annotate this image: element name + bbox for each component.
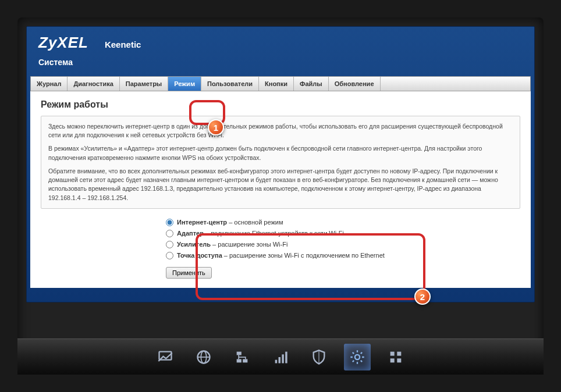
annotation-callout-2: 2 [414,288,431,305]
bottom-dock [17,338,544,375]
tab-обновление[interactable]: Обновление [329,77,381,91]
svg-rect-7 [275,359,278,363]
product-name: Keenetic [105,40,141,49]
dock-network-icon[interactable] [229,344,255,370]
mode-option[interactable]: Адаптер – подключение Ethernet-устройств… [166,228,520,239]
mode-option[interactable]: Точка доступа – расширение зоны Wi-Fi с … [166,250,520,261]
dock-shield-icon[interactable] [306,344,332,370]
svg-rect-15 [397,358,401,362]
brand-logo: ZyXEL [38,34,88,52]
mode-radio[interactable] [166,230,173,237]
page-title: Режим работы [41,99,520,110]
mode-list: Интернет-центр – основной режимАдаптер –… [166,217,520,261]
svg-rect-5 [243,359,247,362]
dock-signal-icon[interactable] [267,344,294,370]
mode-radio[interactable] [166,241,173,248]
apply-button[interactable]: Применить [166,267,212,279]
svg-rect-12 [390,351,395,355]
svg-rect-8 [279,357,281,364]
mode-option[interactable]: Интернет-центр – основной режим [166,217,520,228]
svg-rect-9 [282,354,284,363]
svg-rect-14 [390,358,395,362]
mode-option[interactable]: Усилитель – расширение зоны Wi-Fi [166,239,520,250]
dock-apps-icon[interactable] [382,344,409,370]
header: ZyXEL Keenetic Система [27,27,534,72]
info-paragraph: Обратите внимание, что во всех дополните… [48,167,513,202]
svg-rect-10 [285,351,287,363]
tab-журнал[interactable]: Журнал [31,77,68,91]
info-box: Здесь можно переключить интернет-центр в… [41,116,520,209]
dock-gear-icon[interactable] [344,344,371,370]
mode-label: Усилитель – расширение зоны Wi-Fi [177,241,287,248]
content-panel: Режим работы Здесь можно переключить инт… [30,91,531,288]
tab-пользователи[interactable]: Пользователи [201,77,259,91]
svg-rect-4 [237,351,242,355]
svg-point-11 [355,354,360,359]
mode-label: Точка доступа – расширение зоны Wi-Fi с … [177,252,385,259]
dock-globe-icon[interactable] [190,344,217,370]
mode-radio[interactable] [166,219,173,226]
mode-label: Интернет-центр – основной режим [177,219,283,226]
tab-кнопки[interactable]: Кнопки [259,77,294,91]
section-title: Система [38,58,523,67]
info-paragraph: Здесь можно переключить интернет-центр в… [48,122,513,140]
tab-параметры[interactable]: Параметры [120,77,168,91]
tab-диагностика[interactable]: Диагностика [68,77,119,91]
annotation-callout-1: 1 [208,119,224,136]
svg-rect-6 [237,359,242,362]
tab-bar: ЖурналДиагностикаПараметрыРежимПользоват… [30,76,531,91]
svg-rect-13 [397,351,401,355]
mode-label: Адаптер – подключение Ethernet-устройств… [177,230,344,237]
tab-режим[interactable]: Режим [168,77,201,91]
dock-monitor-icon[interactable] [152,344,179,370]
tab-файлы[interactable]: Файлы [294,77,329,91]
info-paragraph: В режимах «Усилитель» и «Адаптер» этот и… [48,144,513,162]
mode-radio[interactable] [166,252,173,259]
